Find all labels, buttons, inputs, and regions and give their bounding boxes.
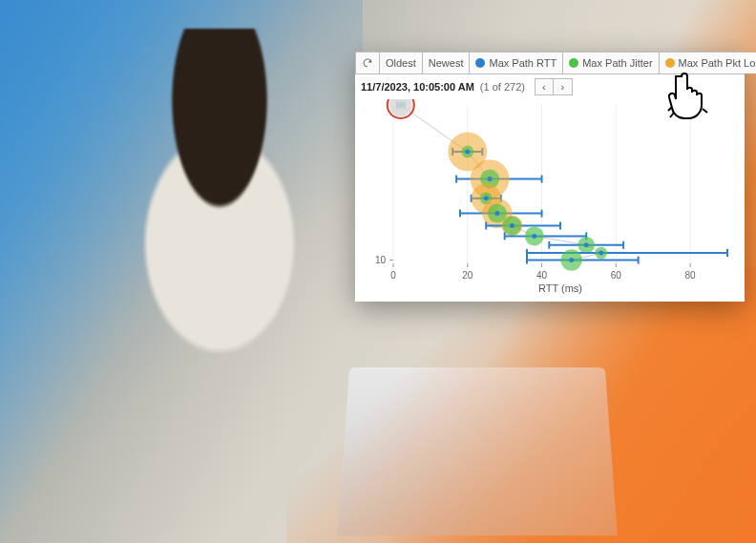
background-overlay-orange <box>286 267 756 543</box>
svg-point-54 <box>510 223 514 228</box>
svg-text:0: 0 <box>390 270 396 281</box>
legend-dot-jitter <box>569 58 578 68</box>
legend-label-rtt: Max Path RTT <box>489 57 556 69</box>
svg-point-64 <box>584 242 589 247</box>
chart-subbar: 11/7/2023, 10:05:00 AM (1 of 272) ‹ › <box>355 74 745 99</box>
svg-point-48 <box>494 211 499 216</box>
legend-max-path-jitter[interactable]: Max Path Jitter <box>563 52 659 73</box>
svg-point-24 <box>389 99 412 116</box>
nav-group: ‹ › <box>535 78 573 95</box>
svg-point-36 <box>488 177 493 181</box>
legend-label-loss: Max Path Pkt Loss <box>679 57 756 69</box>
svg-point-30 <box>465 149 470 154</box>
timestamp-label: 11/7/2023, 10:05:00 AM <box>361 81 474 93</box>
prev-button[interactable]: ‹ <box>535 78 554 95</box>
legend-dot-loss <box>665 58 675 68</box>
svg-text:20: 20 <box>462 270 473 281</box>
svg-text:40: 40 <box>536 270 548 281</box>
next-button[interactable]: › <box>554 78 573 95</box>
chart-plot[interactable]: 02040608010RTT (ms) <box>355 99 745 298</box>
svg-point-59 <box>532 234 536 239</box>
svg-point-74 <box>569 258 574 262</box>
legend-dot-rtt <box>475 58 485 68</box>
chart-panel: Oldest Newest Max Path RTT Max Path Jitt… <box>355 52 745 302</box>
oldest-button[interactable]: Oldest <box>380 52 423 73</box>
svg-point-42 <box>484 196 489 200</box>
newest-button[interactable]: Newest <box>423 52 471 73</box>
svg-text:60: 60 <box>611 270 622 281</box>
svg-point-69 <box>598 251 603 256</box>
legend-max-path-rtt[interactable]: Max Path RTT <box>470 52 563 73</box>
refresh-icon <box>362 57 373 69</box>
legend-max-path-pkt-loss[interactable]: Max Path Pkt Loss <box>660 52 756 73</box>
chart-svg: 02040608010RTT (ms) <box>355 99 745 298</box>
svg-text:RTT (ms): RTT (ms) <box>538 282 582 294</box>
chart-toolbar: Oldest Newest Max Path RTT Max Path Jitt… <box>355 52 745 74</box>
position-label: (1 of 272) <box>480 81 525 93</box>
legend-label-jitter: Max Path Jitter <box>582 57 652 69</box>
refresh-button[interactable] <box>356 52 380 73</box>
svg-text:10: 10 <box>375 255 387 265</box>
svg-text:80: 80 <box>685 270 697 281</box>
